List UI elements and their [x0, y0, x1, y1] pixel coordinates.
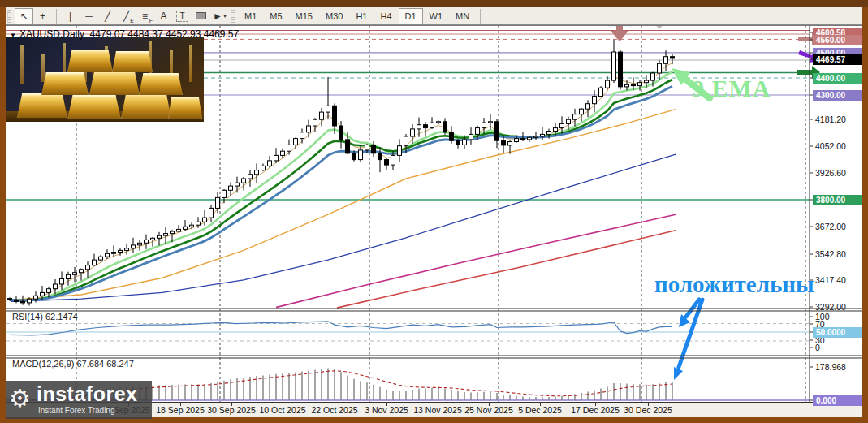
candle-body [671, 57, 675, 58]
text-label-tool[interactable]: T [173, 8, 192, 24]
price-level-chip: 50.0000 [813, 327, 862, 338]
date-label: 5 Dec 2025 [518, 405, 562, 415]
candle-body [333, 106, 337, 126]
candle-body [378, 153, 382, 160]
candle-body [8, 299, 12, 300]
date-label: 18 Sep 2025 [156, 405, 205, 415]
candle-body [158, 235, 162, 238]
candle-body [47, 289, 51, 293]
candle-body [151, 238, 155, 240]
candle-body [86, 265, 90, 270]
candle-body [385, 160, 389, 166]
candle-body [404, 136, 408, 146]
trendline-tool[interactable]: ╱ [98, 8, 117, 24]
candle-body [586, 104, 590, 110]
candle-body [463, 140, 467, 145]
candle-body [541, 134, 545, 136]
axis-tick-label: 4052.00 [815, 141, 846, 151]
fibonacci-tool[interactable]: ≡F [136, 8, 154, 24]
price-level-chip: 0.000 [813, 395, 862, 406]
text-tool[interactable]: A [154, 8, 173, 24]
toolbar-divider [56, 9, 57, 24]
candle-body [437, 122, 441, 123]
timeframe-m30[interactable]: M30 [319, 8, 349, 24]
date-label: 10 Oct 2025 [259, 405, 305, 415]
instaforex-brand: instaforex [37, 382, 137, 406]
candle-body [476, 128, 480, 135]
candle-body [632, 84, 636, 85]
crosshair-tool[interactable]: + [33, 8, 52, 24]
chart-title: ▼XAUUSD,Daily 4479.07 4484.37 4452.93 44… [10, 28, 239, 40]
symbol-dropdown-icon[interactable]: ▼ [10, 32, 16, 39]
candle-body [502, 140, 506, 145]
candle-body [456, 140, 460, 145]
candle-body [359, 150, 363, 160]
candle-body [222, 190, 227, 197]
timeframe-mn[interactable]: MN [449, 8, 476, 24]
candle-body [398, 146, 402, 156]
toolbar-drag-handle[interactable] [231, 10, 235, 23]
candle-body [171, 231, 175, 234]
candle-body [495, 122, 499, 140]
candle-body [612, 52, 616, 80]
candle-body [352, 153, 356, 160]
candle-body [216, 197, 220, 208]
candle-body [15, 300, 19, 302]
candle-body [242, 179, 246, 183]
candle-body [424, 125, 428, 128]
candle-body [261, 166, 266, 170]
candle-body [73, 273, 77, 275]
date-label: 17 Dec 2025 [571, 405, 620, 415]
timeframe-m1[interactable]: M1 [238, 8, 263, 24]
candle-body [34, 296, 38, 299]
candle-body [430, 123, 434, 128]
vertical-line-tool[interactable]: | [61, 8, 80, 24]
price-level-chip: 4400.00 [813, 73, 862, 84]
arrows-tool[interactable]: ►▾ [210, 8, 229, 24]
candle-body [229, 186, 233, 190]
toolbar-divider [480, 9, 481, 24]
candle-body [554, 128, 558, 132]
candle-body [80, 270, 84, 273]
candle-body [28, 299, 32, 303]
timeframe-h4[interactable]: H4 [374, 8, 398, 24]
candle-body [138, 243, 142, 245]
candle-body [664, 57, 668, 64]
shapes-tool[interactable] [192, 8, 210, 24]
price-level-chip: 4469.57 [813, 54, 862, 65]
candle-body [164, 234, 168, 236]
candle-body [177, 229, 181, 231]
timeframe-m15[interactable]: M15 [289, 8, 319, 24]
candle-body [417, 125, 421, 129]
equidistant-channel-tool[interactable]: ╱E [117, 8, 136, 24]
candle-body [625, 84, 629, 87]
instaforex-watermark: ⚙ instaforex Instant Forex Trading [6, 381, 152, 419]
axis-tick-label: 178.968 [815, 362, 846, 372]
timeframe-d1[interactable]: D1 [399, 8, 423, 24]
candle-body [119, 250, 123, 252]
candle-body [112, 253, 116, 254]
candle-body [21, 301, 25, 303]
candle-body [54, 284, 58, 289]
candle-body [294, 139, 298, 145]
candle-body [60, 279, 64, 285]
candle-body [209, 208, 214, 218]
axis-tick-label: 3926.60 [815, 168, 846, 178]
candle-body [443, 122, 447, 132]
toolbar-drag-handle[interactable] [7, 10, 11, 23]
candle-body [372, 145, 376, 153]
price-level-chip: 3800.00 [813, 195, 862, 205]
horizontal-line-tool[interactable]: ─ [80, 8, 98, 24]
timeframe-m5[interactable]: M5 [263, 8, 288, 24]
candle-body [346, 140, 350, 153]
timeframe-w1[interactable]: W1 [423, 8, 450, 24]
timeframe-h1[interactable]: H1 [349, 8, 374, 24]
candle-body [320, 112, 324, 119]
cursor-tool[interactable]: ↖ [15, 8, 33, 24]
instaforex-gear-icon: ⚙ [9, 384, 31, 412]
symbol-period-label: XAUUSD,Daily [19, 28, 84, 40]
candle-body [184, 227, 188, 229]
date-label: 13 Nov 2025 [413, 405, 462, 415]
candle-body [580, 109, 584, 114]
candle-body [300, 132, 304, 139]
